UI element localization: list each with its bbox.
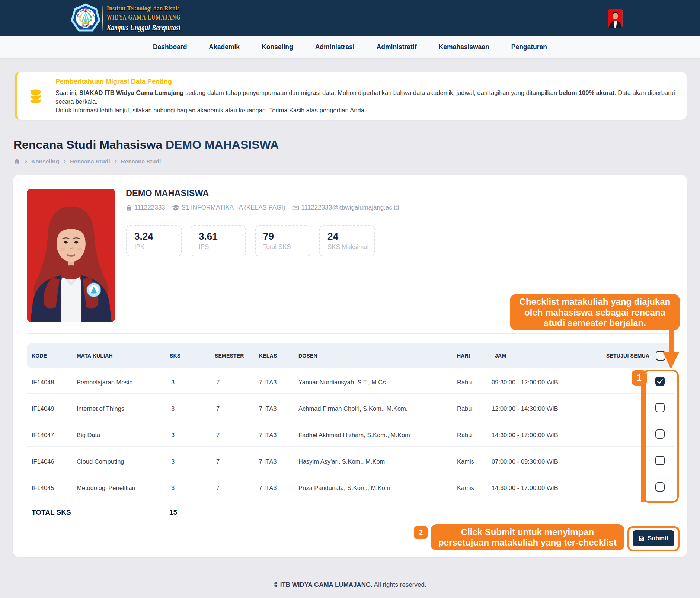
svg-text:· LUMAJANG ·: · LUMAJANG · [78, 25, 93, 27]
